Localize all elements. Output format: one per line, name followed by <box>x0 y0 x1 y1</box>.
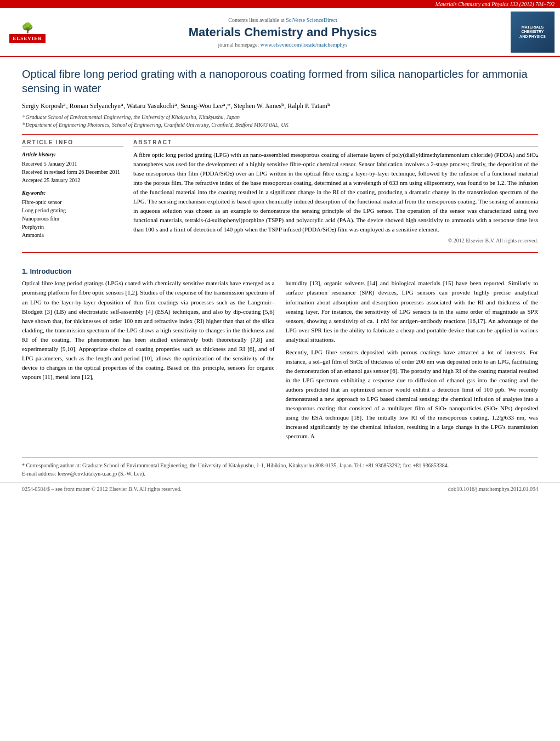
abstract-col: ABSTRACT A fibre optic long period grati… <box>133 139 538 244</box>
keywords-label: Keywords: <box>22 189 123 197</box>
journal-title: Materials Chemistry and Physics <box>55 25 511 39</box>
affiliation-b: ᵇ Department of Engineering Photonics, S… <box>22 121 538 129</box>
logo-title: MATERIALSCHEMISTRYAND PHYSICS <box>519 25 546 39</box>
footer-divider <box>22 457 538 458</box>
abstract-text: A fibre optic long period grating (LPG) … <box>133 150 538 234</box>
footnote: * Corresponding author at: Graduate Scho… <box>0 461 560 478</box>
keyword-item: Ammonia <box>22 231 123 239</box>
elsevier-wordmark: ELSEVIER <box>9 34 46 43</box>
header-divider <box>22 134 538 135</box>
introduction-two-col: Optical fibre long period gratings (LPGs… <box>22 279 538 444</box>
email-label: E-mail address: <box>22 471 56 477</box>
section-divider <box>22 252 538 253</box>
intro-left-p1: Optical fibre long period gratings (LPGs… <box>22 279 275 382</box>
sciverse-link[interactable]: SciVerse ScienceDirect <box>286 17 337 23</box>
article-info-abstract: ARTICLE INFO Article history: Received 5… <box>22 139 538 244</box>
keywords-list: Fibre-optic sensorLong period gratingNan… <box>22 198 123 239</box>
accepted-date: Accepted 25 January 2012 <box>22 176 123 184</box>
homepage-url[interactable]: www.elsevier.com/locate/matchemphys <box>261 42 348 48</box>
citation-text: Materials Chemistry and Physics 133 (201… <box>435 1 555 7</box>
corresponding-author-text: Graduate School of Environmental Enginee… <box>82 462 449 468</box>
issn-text: 0254-0584/$ – see front matter © 2012 El… <box>22 486 182 492</box>
keyword-item: Long period grating <box>22 206 123 214</box>
main-body: 1. Introduction Optical fibre long perio… <box>0 256 560 450</box>
keyword-item: Nanoporous film <box>22 214 123 223</box>
affiliation-a: ᵃ Graduate School of Environmental Engin… <box>22 114 538 121</box>
abstract-label: ABSTRACT <box>133 139 538 147</box>
email-address: leesw@env.kitakyu-u.ac.jp (S.-W. Lee). <box>58 471 145 477</box>
doi-text: doi:10.1016/j.matchemphys.2012.01.094 <box>448 486 538 492</box>
article-header-area: Optical fibre long period grating with a… <box>0 57 560 249</box>
article-info-col: ARTICLE INFO Article history: Received 5… <box>22 139 123 244</box>
journal-info: Contents lists available at SciVerse Sci… <box>55 17 511 48</box>
contents-available: Contents lists available at SciVerse Sci… <box>55 17 511 23</box>
elsevier-tree-icon: 🌳 <box>21 22 33 34</box>
intro-right: humidity [13], organic solvents [14] and… <box>286 279 539 444</box>
revised-date: Received in revised form 26 December 201… <box>22 168 123 176</box>
article-info-label: ARTICLE INFO <box>22 139 123 147</box>
affiliations: ᵃ Graduate School of Environmental Engin… <box>22 114 538 129</box>
intro-right-p1: humidity [13], organic solvents [14] and… <box>286 279 539 344</box>
footer-bottom: 0254-0584/$ – see front matter © 2012 El… <box>0 482 560 494</box>
corresponding-author-label: * Corresponding author at: <box>22 462 81 468</box>
keyword-item: Porphyrin <box>22 223 123 231</box>
intro-right-p2: Recently, LPG fibre sensors deposited wi… <box>286 348 539 441</box>
received-date: Received 5 January 2011 <box>22 160 123 168</box>
intro-left: Optical fibre long period gratings (LPGs… <box>22 279 275 444</box>
keyword-item: Fibre-optic sensor <box>22 198 123 206</box>
date-block: Received 5 January 2011 Received in revi… <box>22 160 123 184</box>
copyright: © 2012 Elsevier B.V. All rights reserved… <box>133 237 538 244</box>
history-label: Article history: <box>22 150 123 159</box>
article-title: Optical fibre long period grating with a… <box>22 67 538 95</box>
citation-bar: Materials Chemistry and Physics 133 (201… <box>0 0 560 8</box>
authors: Sergiy Korposhᵃ, Roman Selyanchynᵃ, Wata… <box>22 102 538 110</box>
homepage-link: journal homepage: www.elsevier.com/locat… <box>55 42 511 48</box>
journal-logo-box: MATERIALSCHEMISTRYAND PHYSICS <box>511 12 555 53</box>
journal-header: 🌳 ELSEVIER Contents lists available at S… <box>0 8 560 57</box>
article-info-box: Article history: Received 5 January 2011… <box>22 150 123 239</box>
elsevier-logo: 🌳 ELSEVIER <box>5 22 49 43</box>
introduction-title: 1. Introduction <box>22 267 538 275</box>
